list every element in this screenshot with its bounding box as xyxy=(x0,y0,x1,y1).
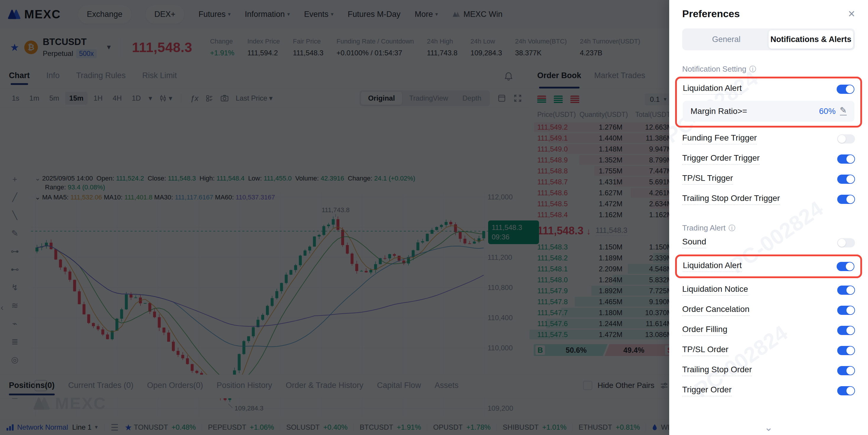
pref-item-liquidation-alert: Liquidation Alert xyxy=(683,256,855,276)
pref-item-tp-sl-order: TP/SL Order xyxy=(682,340,855,361)
pref-toggle-liquidation-alert[interactable] xyxy=(837,85,855,94)
highlight-box: Liquidation Alert xyxy=(675,254,862,278)
toggle-knob xyxy=(846,367,855,375)
pref-toggle-liquidation-alert[interactable] xyxy=(837,262,855,271)
pref-item-label: Order Cancelation xyxy=(682,305,749,316)
pref-toggle-liquidation-notice[interactable] xyxy=(837,285,855,295)
pref-item-tp-sl-trigger: TP/SL Trigger xyxy=(682,169,855,189)
pref-toggle-order-cancelation[interactable] xyxy=(837,306,855,315)
info-icon[interactable]: ⓘ xyxy=(749,64,756,74)
pref-item-order-cancelation: Order Cancelation xyxy=(682,300,855,320)
pref-item-label: Sound xyxy=(682,237,706,248)
pref-toggle-order-filling[interactable] xyxy=(837,326,855,335)
pref-item-trailing-stop-order-trigger: Trailing Stop Order Trigger xyxy=(682,189,855,209)
pref-item-order-filling: Order Filling xyxy=(682,320,855,340)
drawer-title: Preferences xyxy=(682,8,740,20)
mexc-futures-app: MEXC ExchangeDEX+Futures▾Information▾Eve… xyxy=(0,0,868,435)
margin-ratio-percent: 60% xyxy=(819,106,835,116)
pref-item-label: TP/SL Trigger xyxy=(682,174,733,185)
preferences-drawer: PC-002824 PC-002824 PC-002824 Preference… xyxy=(669,0,868,435)
pref-item-label: Funding Fee Trigger xyxy=(682,133,757,145)
toggle-knob xyxy=(846,286,855,294)
pref-toggle-sound[interactable] xyxy=(837,238,855,247)
pref-toggle-trailing-stop-order[interactable] xyxy=(837,366,855,375)
highlight-box: Liquidation AlertMargin Ratio>=60%✎ xyxy=(675,76,862,128)
pref-tab-general[interactable]: General xyxy=(684,30,769,49)
pref-item-label: Trigger Order xyxy=(682,385,732,396)
section-heading-notification-setting: Notification Settingⓘ xyxy=(682,64,855,74)
pref-item-sound: Sound xyxy=(682,232,855,253)
pref-item-liquidation-notice: Liquidation Notice xyxy=(682,280,855,300)
section-heading-trading-alert: Trading Alertⓘ xyxy=(682,223,855,232)
pref-item-liquidation-alert: Liquidation Alert xyxy=(683,79,855,99)
toggle-knob xyxy=(846,387,855,395)
pref-toggle-funding-fee-trigger[interactable] xyxy=(837,134,855,144)
margin-ratio-value: 60%✎ xyxy=(819,106,847,116)
toggle-knob xyxy=(846,85,854,93)
pref-item-label: Trailing Stop Order xyxy=(682,365,752,376)
scroll-more-chevron-icon[interactable]: ⌄ xyxy=(669,422,868,433)
preferences-tab-switch: GeneralNotifications & Alerts xyxy=(682,28,855,50)
pref-toggle-trigger-order[interactable] xyxy=(837,386,855,395)
pref-item-label: Liquidation Notice xyxy=(682,284,748,296)
close-icon[interactable]: × xyxy=(848,8,855,20)
info-icon[interactable]: ⓘ xyxy=(728,223,735,232)
toggle-knob xyxy=(838,135,846,143)
pref-item-label: Liquidation Alert xyxy=(683,84,742,95)
toggle-knob xyxy=(846,195,855,203)
pref-item-label: Trigger Order Trigger xyxy=(682,153,760,164)
pref-item-label: Liquidation Alert xyxy=(683,261,742,272)
pref-toggle-trailing-stop-order-trigger[interactable] xyxy=(837,195,855,204)
toggle-knob xyxy=(846,175,855,183)
pref-item-trigger-order-trigger: Trigger Order Trigger xyxy=(682,149,855,169)
section-heading-label: Notification Setting xyxy=(682,64,746,74)
pref-toggle-tp-sl-order[interactable] xyxy=(837,346,855,355)
toggle-knob xyxy=(846,327,855,334)
pref-toggle-trigger-order-trigger[interactable] xyxy=(837,154,855,164)
pref-item-trailing-stop-order: Trailing Stop Order xyxy=(682,361,855,380)
pref-item-label: Order Filling xyxy=(682,324,727,336)
margin-ratio-label: Margin Ratio>= xyxy=(690,106,747,116)
toggle-knob xyxy=(846,262,854,271)
pref-tab-notifications-alerts[interactable]: Notifications & Alerts xyxy=(769,30,853,49)
edit-pencil-icon[interactable]: ✎ xyxy=(840,106,847,115)
pref-item-funding-fee-trigger: Funding Fee Trigger xyxy=(682,129,855,149)
section-heading-label: Trading Alert xyxy=(682,223,725,232)
toggle-knob xyxy=(838,239,846,247)
pref-item-trigger-order: Trigger Order xyxy=(682,380,855,401)
toggle-knob xyxy=(846,346,855,354)
pref-item-label: TP/SL Order xyxy=(682,345,728,356)
toggle-knob xyxy=(846,306,855,314)
pref-item-label: Trailing Stop Order Trigger xyxy=(682,193,780,205)
margin-ratio-setting: Margin Ratio>=60%✎ xyxy=(683,101,855,122)
pref-toggle-tp-sl-trigger[interactable] xyxy=(837,175,855,184)
toggle-knob xyxy=(846,155,855,163)
